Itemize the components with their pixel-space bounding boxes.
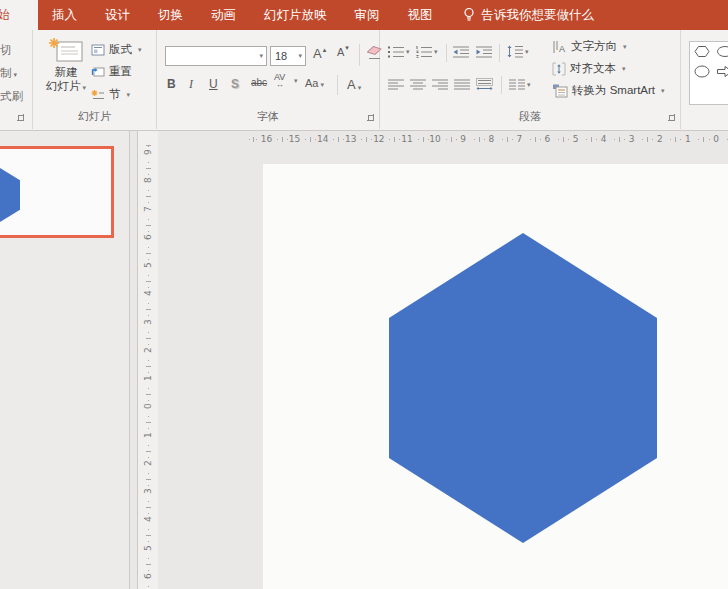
chevron-down-icon[interactable]: ▾: [294, 77, 298, 85]
hruler-mark-14: 14: [316, 134, 344, 144]
shapes-gallery[interactable]: [689, 41, 728, 105]
shape-ellipse-icon[interactable]: [716, 45, 728, 59]
line-spacing-icon: [507, 45, 523, 58]
slides-group-label: 幻灯片: [33, 109, 156, 124]
font-dialog-launcher[interactable]: [367, 114, 374, 121]
paragraph-group-label: 段落: [380, 109, 680, 124]
vruler-mark-4: 4: [142, 288, 154, 316]
vruler-mark-9: 9: [142, 147, 154, 175]
bold-button[interactable]: B: [167, 77, 176, 91]
cut-button[interactable]: 切: [0, 43, 12, 58]
hexagon-shape[interactable]: [389, 233, 657, 543]
group-drawing: [681, 30, 728, 129]
align-text-label: 对齐文本: [570, 61, 616, 76]
align-center-button[interactable]: [410, 79, 426, 90]
chevron-down-icon: ▾: [434, 48, 438, 56]
tab-设计[interactable]: 设计: [91, 0, 144, 30]
increase-indent-button[interactable]: [476, 46, 492, 58]
numbered-list-icon: [416, 46, 432, 58]
columns-button[interactable]: ▾: [509, 79, 531, 90]
convert-smartart-button[interactable]: 转换为 SmartArt▾: [552, 83, 665, 98]
divider: [337, 75, 338, 95]
underline-button[interactable]: U: [209, 77, 218, 91]
outdent-icon: [453, 46, 469, 58]
chevron-down-icon: ▾: [127, 91, 131, 99]
font-name-combo[interactable]: ▾: [165, 46, 267, 66]
shrink-font-button[interactable]: A▾: [337, 46, 349, 58]
vruler-mark-0: 0: [142, 401, 154, 429]
shape-hexagon-icon[interactable]: [693, 45, 711, 59]
tab-home-active[interactable]: 开始: [0, 0, 38, 30]
distribute-text-button[interactable]: [476, 78, 493, 91]
layout-icon: [91, 44, 105, 56]
font-color-button[interactable]: A▾: [347, 77, 361, 92]
strikethrough-label: abc: [251, 77, 267, 88]
font-color-label: A: [347, 77, 356, 92]
columns-icon: [509, 79, 525, 90]
grow-font-button[interactable]: A▴: [313, 46, 326, 61]
slide-thumbnail-selected[interactable]: [0, 146, 114, 238]
align-text-button[interactable]: 对齐文本▾: [552, 61, 626, 76]
caret-down-icon: ▾: [345, 44, 349, 52]
left-right-arrow-icon: ↔: [276, 82, 284, 88]
italic-button[interactable]: I: [189, 77, 193, 92]
vertical-ruler: 9876543210123456: [137, 131, 158, 589]
section-button[interactable]: 节▾: [91, 87, 130, 102]
hruler-mark-8: 8: [485, 134, 513, 144]
layout-button[interactable]: 版式▾: [91, 42, 142, 57]
change-case-label: Aa: [305, 77, 318, 89]
hruler-mark-5: 5: [569, 134, 597, 144]
justify-button[interactable]: [454, 79, 470, 90]
hruler-mark-11: 11: [400, 134, 428, 144]
align-text-icon: [552, 62, 566, 76]
bullet-list-icon: [388, 46, 404, 58]
hruler-mark-2: 2: [653, 134, 681, 144]
ribbon-tab-bar: 开始 插入设计切换动画幻灯片放映审阅视图 告诉我你想要做什么: [0, 0, 728, 30]
justify-icon: [454, 79, 470, 90]
tab-动画[interactable]: 动画: [197, 0, 250, 30]
reset-button[interactable]: 重置: [91, 64, 132, 79]
hruler-mark-10: 10: [429, 134, 457, 144]
new-slide-button[interactable]: 新建 幻灯片▾: [41, 37, 91, 95]
vruler-mark-1: 1: [142, 373, 154, 401]
clipboard-dialog-launcher[interactable]: [17, 114, 24, 121]
format-painter-button[interactable]: 式刷: [0, 89, 23, 104]
change-case-button[interactable]: Aa▾: [305, 77, 324, 89]
chevron-down-icon: ▾: [527, 81, 531, 89]
divider: [359, 44, 360, 66]
vruler-mark-8: 8: [142, 175, 154, 203]
slide-canvas[interactable]: [263, 164, 728, 589]
tab-审阅[interactable]: 审阅: [341, 0, 394, 30]
paragraph-dialog-launcher[interactable]: [668, 114, 675, 121]
decrease-indent-button[interactable]: [453, 46, 469, 58]
reset-label: 重置: [109, 64, 132, 79]
ribbon: 切 制▾ 式刷 新建 幻灯片▾: [0, 30, 728, 131]
tab-切换[interactable]: 切换: [144, 0, 197, 30]
shape-arrow-right-icon[interactable]: [716, 65, 728, 79]
align-center-icon: [410, 79, 426, 90]
new-slide-icon: [48, 37, 84, 65]
tell-me-box[interactable]: 告诉我你想要做什么: [463, 0, 595, 30]
tab-幻灯片放映[interactable]: 幻灯片放映: [250, 0, 341, 30]
align-right-button[interactable]: [432, 79, 448, 90]
align-left-button[interactable]: [388, 79, 404, 90]
divider: [499, 44, 500, 62]
numbering-button[interactable]: ▾: [416, 46, 438, 58]
character-spacing-button[interactable]: AV ↔: [274, 72, 285, 88]
chevron-down-icon: ▾: [259, 52, 263, 60]
tab-视图[interactable]: 视图: [394, 0, 447, 30]
tab-插入[interactable]: 插入: [38, 0, 91, 30]
strikethrough-button[interactable]: abc: [251, 77, 267, 88]
text-shadow-button[interactable]: S: [231, 77, 239, 91]
hruler-mark-7: 7: [513, 134, 541, 144]
font-size-combo[interactable]: 18 ▾: [270, 46, 306, 66]
svg-text:A: A: [559, 44, 565, 54]
bullets-button[interactable]: ▾: [388, 46, 410, 58]
divider: [446, 44, 447, 62]
copy-button[interactable]: 制▾: [0, 66, 17, 81]
line-spacing-button[interactable]: ▾: [507, 45, 529, 58]
text-direction-button[interactable]: A 文字方向▾: [552, 39, 627, 54]
slide-thumbnail-panel[interactable]: [0, 131, 130, 589]
hruler-mark-13: 13: [344, 134, 372, 144]
shape-oval-icon[interactable]: [693, 65, 711, 79]
